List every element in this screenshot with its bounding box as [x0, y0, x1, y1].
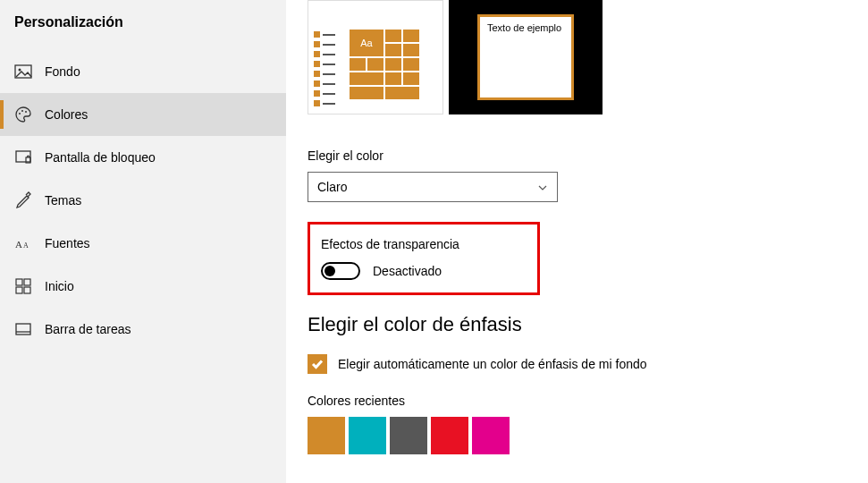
- transparency-toggle[interactable]: [321, 262, 360, 280]
- sidebar-item-label: Inicio: [45, 279, 74, 293]
- svg-point-3: [21, 110, 23, 112]
- svg-point-2: [19, 113, 21, 114]
- transparency-highlight: Efectos de transparencia Desactivado: [308, 222, 540, 295]
- window-preview-text: Texto de ejemplo: [477, 14, 574, 100]
- sidebar-item-label: Pantalla de bloqueo: [45, 150, 156, 165]
- recent-colors-label: Colores recientes: [308, 394, 868, 408]
- svg-rect-5: [16, 151, 30, 162]
- sidebar-item-pantalla-bloqueo[interactable]: Pantalla de bloqueo: [0, 136, 286, 179]
- choose-color-label: Elegir el color: [308, 148, 868, 163]
- preview-row: Aa Texto de ejemplo: [308, 0, 868, 114]
- sidebar-item-label: Fondo: [45, 64, 80, 79]
- toggle-knob: [324, 266, 335, 276]
- choose-color-dropdown[interactable]: Claro: [308, 172, 558, 202]
- sidebar-item-inicio[interactable]: Inicio: [0, 265, 286, 308]
- picture-icon: [14, 63, 32, 80]
- sidebar-item-temas[interactable]: Temas: [0, 179, 286, 222]
- taskbar-icon: [14, 320, 32, 338]
- palette-icon: [14, 106, 32, 123]
- color-swatch-4[interactable]: [472, 417, 510, 454]
- tile-aa: Aa: [350, 30, 383, 56]
- sidebar-title: Personalización: [0, 9, 286, 50]
- auto-accent-checkbox[interactable]: [308, 354, 327, 374]
- color-swatch-2[interactable]: [390, 417, 427, 454]
- accent-heading: Elegir el color de énfasis: [308, 313, 868, 336]
- svg-rect-11: [16, 287, 22, 293]
- chevron-down-icon: [537, 182, 548, 192]
- color-swatch-1[interactable]: [349, 417, 386, 454]
- sidebar: Personalización Fondo Colores Pantalla d…: [0, 0, 286, 483]
- dropdown-value: Claro: [317, 180, 347, 194]
- svg-rect-9: [16, 279, 22, 285]
- check-icon: [310, 357, 324, 371]
- recent-colors-row: [308, 417, 868, 454]
- sidebar-item-label: Barra de tareas: [45, 322, 131, 336]
- start-menu-preview: Aa: [308, 0, 443, 114]
- start-icon: [14, 277, 32, 295]
- sidebar-item-label: Colores: [45, 107, 88, 122]
- window-preview: Texto de ejemplo: [449, 0, 603, 114]
- sidebar-item-barra-tareas[interactable]: Barra de tareas: [0, 308, 286, 351]
- auto-accent-row[interactable]: Elegir automáticamente un color de énfas…: [308, 354, 868, 374]
- auto-accent-label: Elegir automáticamente un color de énfas…: [338, 357, 647, 371]
- sidebar-item-label: Fuentes: [45, 236, 90, 250]
- themes-icon: [14, 191, 32, 209]
- main-panel: Aa Texto de ejemplo Elegir el color Clar…: [286, 0, 868, 483]
- transparency-state: Desactivado: [373, 264, 442, 278]
- svg-text:A: A: [15, 239, 22, 250]
- sidebar-item-label: Temas: [45, 193, 81, 208]
- sidebar-item-colores[interactable]: Colores: [0, 93, 286, 136]
- svg-point-1: [19, 69, 21, 72]
- sidebar-item-fondo[interactable]: Fondo: [0, 50, 286, 93]
- transparency-label: Efectos de transparencia: [321, 237, 527, 251]
- svg-rect-13: [16, 324, 30, 335]
- fonts-icon: AA: [14, 234, 32, 252]
- svg-rect-12: [24, 287, 30, 293]
- svg-rect-10: [24, 279, 30, 285]
- sidebar-item-fuentes[interactable]: AA Fuentes: [0, 222, 286, 265]
- svg-point-4: [25, 111, 27, 113]
- color-swatch-3[interactable]: [431, 417, 468, 454]
- color-swatch-0[interactable]: [308, 417, 345, 454]
- svg-text:A: A: [23, 242, 29, 250]
- lock-screen-icon: [14, 148, 32, 166]
